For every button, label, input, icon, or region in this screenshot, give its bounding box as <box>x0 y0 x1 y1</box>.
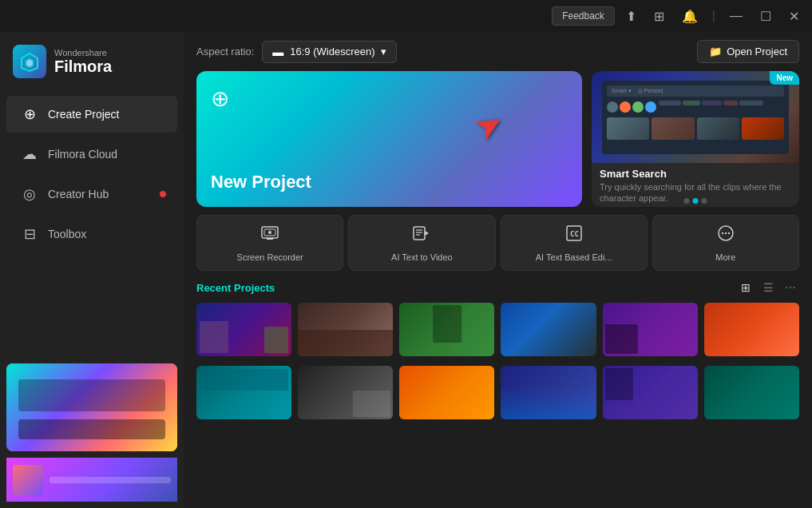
dot-1 <box>684 198 690 204</box>
dot-3 <box>702 198 707 204</box>
svg-point-16 <box>728 232 730 234</box>
recent-thumb-5 <box>603 303 698 356</box>
search-results-mock <box>607 99 784 113</box>
open-project-label: Open Project <box>727 46 787 58</box>
recent-item-4[interactable] <box>501 303 596 359</box>
recent-thumb-11 <box>603 366 698 419</box>
aspect-ratio-select[interactable]: ▬ 16:9 (Widescreen) ▾ <box>262 41 397 63</box>
more-icon <box>716 224 735 248</box>
svg-rect-6 <box>267 238 273 240</box>
content-toolbar: Aspect ratio: ▬ 16:9 (Widescreen) ▾ 📁 Op… <box>184 32 812 71</box>
recent-item-2[interactable] <box>298 303 393 359</box>
recent-item-5[interactable] <box>603 303 698 359</box>
toolbox-icon: ⊟ <box>21 225 38 243</box>
sidebar-item-toolbox[interactable]: ⊟ Toolbox <box>6 216 177 252</box>
filmora-cloud-icon: ☁ <box>21 145 38 163</box>
feedback-button[interactable]: Feedback <box>552 6 615 26</box>
recent-thumb-3 <box>399 303 494 356</box>
arrow-icon: ➤ <box>466 101 510 149</box>
recent-thumb-6 <box>704 303 799 356</box>
ai-text-edit-button[interactable]: CC AI Text Based Edi... <box>501 215 648 271</box>
maximize-button[interactable]: ☐ <box>754 6 778 27</box>
sidebar-item-creator-hub[interactable]: ◎ Creator Hub <box>6 176 177 212</box>
recent-thumb-2 <box>298 303 393 356</box>
toolbox-label: Toolbox <box>48 228 86 240</box>
view-icons: ⊞ ☰ ⋯ <box>737 279 799 296</box>
grid-view-button[interactable]: ⊞ <box>737 279 755 296</box>
feature-card-image: Smart ▾ ◎ Person| <box>592 71 799 163</box>
ai-text-video-button[interactable]: AI Text to Video <box>348 215 495 271</box>
recent-item-12[interactable] <box>704 366 799 423</box>
recent-item-8[interactable] <box>298 366 393 423</box>
sidebar-thumbnails <box>0 357 184 508</box>
recent-thumb-1 <box>196 303 291 356</box>
recent-item-9[interactable] <box>399 366 494 423</box>
recent-item-11[interactable] <box>603 366 698 423</box>
sidebar-item-create-project[interactable]: ⊕ Create Project <box>6 96 177 133</box>
aspect-ratio-value: 16:9 (Widescreen) <box>290 46 374 58</box>
recent-title: Recent Projects <box>196 282 275 294</box>
list-view-button[interactable]: ☰ <box>759 279 777 296</box>
creator-hub-label: Creator Hub <box>48 188 109 200</box>
app-body: Wondershare Filmora ⊕ Create Project ☁ F… <box>0 32 812 508</box>
sidebar-thumb-2[interactable] <box>6 458 177 502</box>
create-project-icon: ⊕ <box>21 105 38 123</box>
recent-thumb-10 <box>501 366 596 419</box>
svg-point-5 <box>268 231 271 234</box>
aspect-ratio-label: Aspect ratio: <box>196 46 254 58</box>
title-bar: Feedback ⬆ ⊞ 🔔 | — ☐ ✕ <box>0 0 812 32</box>
filmora-cloud-label: Filmora Cloud <box>48 148 117 161</box>
folder-icon: 📁 <box>709 46 722 58</box>
search-bar-mock: Smart ▾ ◎ Person| <box>607 85 784 97</box>
sidebar-item-filmora-cloud[interactable]: ☁ Filmora Cloud <box>6 136 177 173</box>
main-content: Aspect ratio: ▬ 16:9 (Widescreen) ▾ 📁 Op… <box>184 32 812 508</box>
recent-item-10[interactable] <box>501 366 596 423</box>
close-button[interactable]: ✕ <box>782 6 806 27</box>
aspect-ratio-display-icon: ▬ <box>272 46 283 58</box>
feature-card[interactable]: Smart ▾ ◎ Person| <box>592 71 799 207</box>
ai-text-video-label: AI Text to Video <box>391 252 453 262</box>
sidebar: Wondershare Filmora ⊕ Create Project ☁ F… <box>0 32 184 508</box>
svg-point-14 <box>722 232 723 234</box>
svg-rect-7 <box>414 227 425 240</box>
new-project-plus-icon: ⊕ <box>211 85 229 112</box>
sidebar-thumb-1[interactable] <box>6 363 177 451</box>
recent-thumb-7 <box>196 366 291 419</box>
feature-card-title: Smart Search <box>600 168 791 180</box>
notification-icon[interactable]: 🔔 <box>675 6 704 27</box>
dot-2 <box>693 198 699 204</box>
recent-header: Recent Projects ⊞ ☰ ⋯ <box>196 279 799 296</box>
creator-hub-icon: ◎ <box>21 185 38 203</box>
recent-thumb-12 <box>704 366 799 419</box>
minimize-button[interactable]: — <box>723 6 749 26</box>
company-name: Wondershare <box>54 48 112 58</box>
recent-item-7[interactable] <box>196 366 291 423</box>
more-tools-button[interactable]: More <box>652 215 799 271</box>
new-project-card[interactable]: ⊕ ➤ New Project <box>196 71 582 207</box>
upload-icon[interactable]: ⬆ <box>620 6 643 27</box>
screen-recorder-button[interactable]: Screen Recorder <box>196 215 343 271</box>
recent-thumb-8 <box>298 366 393 419</box>
recent-thumb-9 <box>399 366 494 419</box>
recent-grid <box>196 303 799 423</box>
new-project-title: New Project <box>211 172 568 192</box>
logo-text: Wondershare Filmora <box>54 48 112 75</box>
separator: | <box>712 9 715 23</box>
grid-icon[interactable]: ⊞ <box>648 6 671 27</box>
aspect-ratio-group: Aspect ratio: ▬ 16:9 (Widescreen) ▾ <box>196 41 397 63</box>
recent-item-3[interactable] <box>399 303 494 359</box>
ai-text-edit-icon: CC <box>564 224 584 248</box>
ai-text-edit-label: AI Text Based Edi... <box>536 252 612 262</box>
new-badge: New <box>770 71 799 85</box>
hero-section: ⊕ ➤ New Project Smart ▾ ◎ Person| <box>184 71 812 207</box>
svg-point-15 <box>725 232 727 234</box>
dot-indicators <box>684 198 707 204</box>
options-button[interactable]: ⋯ <box>782 279 799 296</box>
create-project-label: Create Project <box>48 108 119 121</box>
svg-text:CC: CC <box>570 230 579 238</box>
recent-item-6[interactable] <box>704 303 799 359</box>
open-project-button[interactable]: 📁 Open Project <box>697 40 799 63</box>
logo-area: Wondershare Filmora <box>0 32 184 94</box>
creator-hub-badge <box>160 191 166 197</box>
recent-item-1[interactable] <box>196 303 291 359</box>
